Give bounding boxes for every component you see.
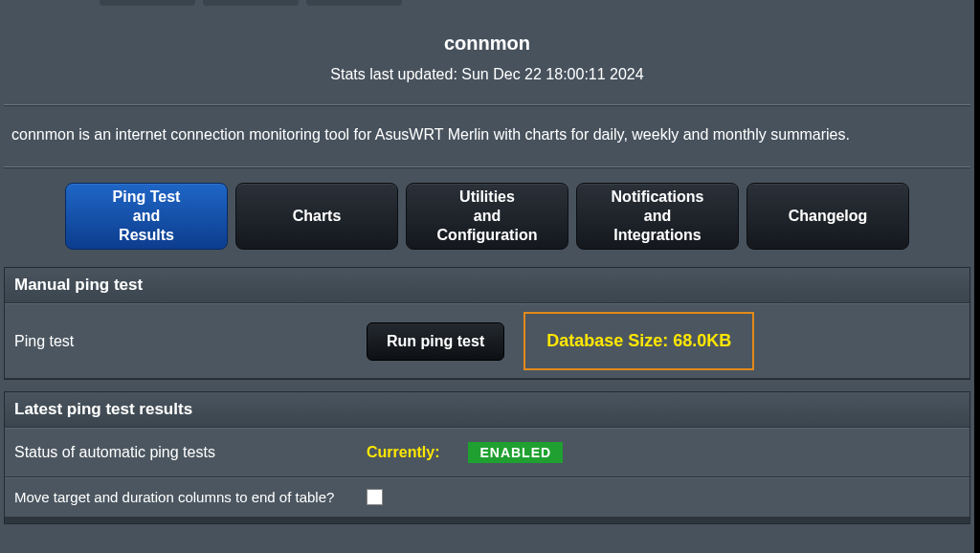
move-columns-checkbox[interactable] [367,489,383,505]
page-title: connmon [4,10,970,62]
divider [4,166,970,167]
tab-ping-test-results[interactable]: Ping Test and Results [65,183,228,250]
manual-ping-panel: Manual ping test Ping test Run ping test… [4,267,970,380]
window-tab-stubs [4,0,970,6]
manual-ping-panel-title: Manual ping test [5,268,969,303]
tab-changelog[interactable]: Changelog [746,183,909,250]
tab-charts[interactable]: Charts [235,183,398,250]
page-description: connmon is an internet connection monito… [4,115,970,161]
latest-results-panel: Latest ping test results Status of autom… [4,391,970,524]
stats-last-updated: Stats last updated: Sun Dec 22 18:00:11 … [4,62,970,99]
database-size-highlight: Database Size: 68.0KB [523,312,754,370]
run-ping-test-button[interactable]: Run ping test [367,322,504,361]
tab-notifications-integrations[interactable]: Notifications and Integrations [576,183,739,250]
currently-label: Currently: [367,444,439,461]
auto-ping-status-row-label: Status of automatic ping tests [5,429,359,476]
ping-test-row-label: Ping test [5,318,359,365]
move-columns-row-label: Move target and duration columns to end … [5,478,359,517]
tab-bar: Ping Test and Results Charts Utilities a… [4,177,970,261]
divider [4,104,970,105]
latest-results-panel-title: Latest ping test results [5,392,969,428]
tab-utilities-config[interactable]: Utilities and Configuration [406,183,568,250]
panel-bottom-strip [5,518,969,523]
auto-ping-status-badge: ENABLED [468,442,563,463]
